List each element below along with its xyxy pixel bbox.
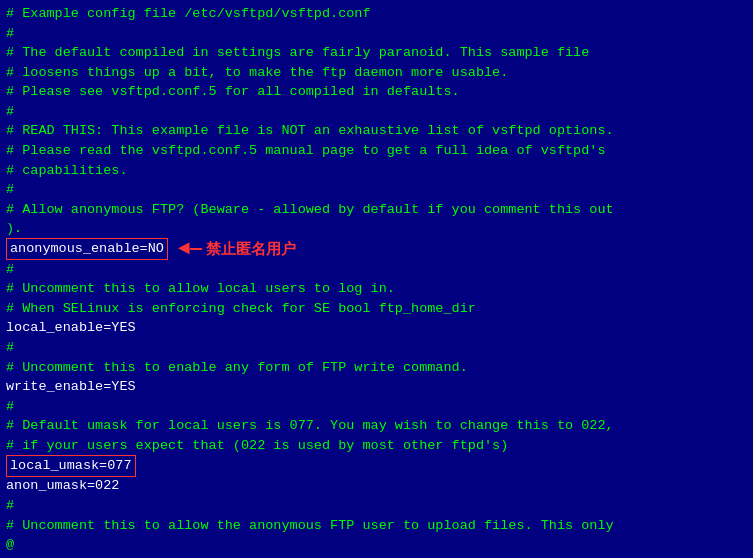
line-3: # The default compiled in settings are f…	[6, 43, 747, 63]
line-23: # if your users expect that (022 is used…	[6, 436, 747, 456]
line-21: #	[6, 397, 747, 417]
line-28: @	[6, 535, 747, 555]
line-4: # loosens things up a bit, to make the f…	[6, 63, 747, 83]
arrow-icon: ◄—	[178, 239, 202, 259]
line-7: # READ THIS: This example file is NOT an…	[6, 121, 747, 141]
line-16: # When SELinux is enforcing check for SE…	[6, 299, 747, 319]
line-26: #	[6, 496, 747, 516]
line-9: # capabilities.	[6, 161, 747, 181]
line-12: ).	[6, 219, 747, 239]
line-22: # Default umask for local users is 077. …	[6, 416, 747, 436]
local-umask-line: local_umask=077	[6, 455, 747, 475]
line-27: # Uncomment this to allow the anonymous …	[6, 516, 747, 536]
line-18: #	[6, 338, 747, 358]
write-enable-line: write_enable=YES	[6, 377, 747, 397]
line-11: # Allow anonymous FTP? (Beware - allowed…	[6, 200, 747, 220]
line-1: # Example config file /etc/vsftpd/vsftpd…	[6, 4, 747, 24]
terminal-window: # Example config file /etc/vsftpd/vsftpd…	[0, 0, 753, 558]
local-umask-setting: local_umask=077	[6, 455, 136, 477]
line-10: #	[6, 180, 747, 200]
line-5: # Please see vsftpd.conf.5 for all compi…	[6, 82, 747, 102]
anonymous-enable-line: anonymous_enable=NO ◄— 禁止匿名用户	[6, 239, 747, 259]
line-8: # Please read the vsftpd.conf.5 manual p…	[6, 141, 747, 161]
line-6: #	[6, 102, 747, 122]
line-19: # Uncomment this to enable any form of F…	[6, 358, 747, 378]
anon-umask-line: anon_umask=022	[6, 476, 747, 496]
line-14: #	[6, 260, 747, 280]
anonymous-enable-setting: anonymous_enable=NO	[6, 238, 168, 260]
line-2: #	[6, 24, 747, 44]
local-enable-line: local_enable=YES	[6, 318, 747, 338]
line-15: # Uncomment this to allow local users to…	[6, 279, 747, 299]
annotation-label: 禁止匿名用户	[206, 238, 296, 260]
